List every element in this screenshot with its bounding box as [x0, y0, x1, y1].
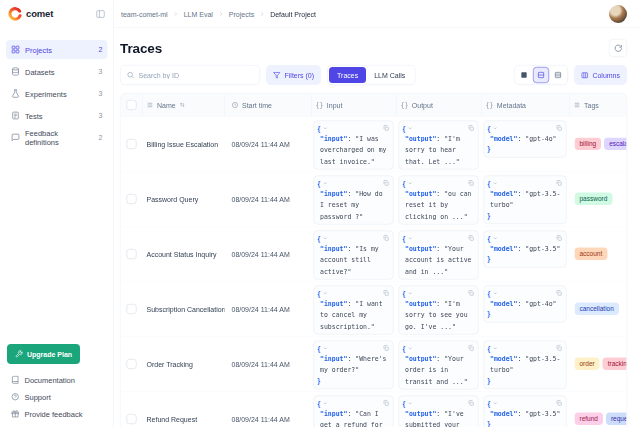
copy-icon[interactable] [468, 125, 475, 132]
copy-icon[interactable] [556, 235, 563, 242]
chevron-down-icon[interactable] [322, 290, 328, 296]
sidebar-collapse-icon[interactable] [96, 9, 106, 19]
copy-icon[interactable] [468, 290, 475, 297]
tag[interactable]: refund [575, 413, 603, 426]
column-header-name[interactable]: Name [143, 94, 225, 117]
trace-name[interactable]: Refund Request [147, 415, 198, 423]
density-compact-button[interactable] [516, 67, 532, 83]
copy-icon[interactable] [383, 180, 390, 187]
sidebar-item-documentation[interactable]: Documentation [6, 371, 108, 388]
output-json-cell[interactable]: { "output": "I've submitted your refund … [399, 396, 479, 427]
sidebar-item-datasets[interactable]: Datasets 3 [6, 62, 108, 81]
input-json-cell[interactable]: { "input": "Is my account still active?"… [314, 231, 394, 280]
sidebar-item-projects[interactable]: Projects 2 [6, 40, 108, 59]
chevron-down-icon[interactable] [322, 125, 328, 131]
row-checkbox[interactable] [127, 139, 137, 149]
copy-icon[interactable] [556, 180, 563, 187]
input-json-cell[interactable]: { "input": "How do I reset my password ?… [314, 176, 394, 225]
row-checkbox[interactable] [127, 304, 137, 314]
density-large-button[interactable] [550, 67, 566, 83]
filters-button[interactable]: Filters (0) [266, 65, 321, 85]
search-box[interactable] [120, 65, 260, 85]
copy-icon[interactable] [556, 125, 563, 132]
output-json-cell[interactable]: { "output": "Your account is active and … [399, 231, 479, 280]
column-header-start-time[interactable]: Start time [225, 94, 312, 117]
column-header-output[interactable]: {} Output [397, 94, 482, 117]
tab-llm-calls[interactable]: LLM Calls [366, 67, 413, 83]
tag[interactable]: request [606, 413, 627, 426]
tag[interactable]: escalation [604, 138, 626, 151]
chevron-down-icon[interactable] [407, 180, 413, 186]
trace-name[interactable]: Password Query [147, 195, 199, 203]
table-row[interactable]: Account Status Inquiry 08/09/24 11:44 AM… [121, 227, 627, 282]
row-checkbox[interactable] [127, 194, 137, 204]
table-row[interactable]: Order Tracking 08/09/24 11:44 AM { "inpu… [121, 337, 627, 392]
upgrade-plan-button[interactable]: Upgrade Plan [7, 344, 80, 364]
sidebar-item-tests[interactable]: Tests 3 [6, 106, 108, 125]
column-header-metadata[interactable]: {} Metadata [482, 94, 570, 117]
row-checkbox[interactable] [127, 359, 137, 369]
chevron-down-icon[interactable] [407, 400, 413, 406]
copy-icon[interactable] [468, 345, 475, 352]
input-json-cell[interactable]: { "input": "Can I get a refund for my la… [314, 396, 394, 427]
input-json-cell[interactable]: { "input": "I was overcharged on my last… [314, 121, 394, 170]
tag[interactable]: order [575, 358, 600, 371]
breadcrumb-project-group[interactable]: LLM Eval [184, 10, 213, 18]
breadcrumb-projects[interactable]: Projects [229, 10, 254, 18]
chevron-down-icon[interactable] [492, 290, 498, 296]
density-medium-button[interactable] [533, 67, 549, 83]
breadcrumb-workspace[interactable]: team-comet-ml [121, 10, 168, 18]
copy-icon[interactable] [383, 235, 390, 242]
chevron-down-icon[interactable] [407, 290, 413, 296]
copy-icon[interactable] [556, 345, 563, 352]
chevron-down-icon[interactable] [492, 180, 498, 186]
table-row[interactable]: Subscription Cancellation 08/09/24 11:44… [121, 282, 627, 337]
select-all-checkbox[interactable] [126, 100, 136, 110]
columns-button[interactable]: Columns [574, 65, 627, 85]
table-row[interactable]: Password Query 08/09/24 11:44 AM { "inpu… [121, 172, 627, 227]
chevron-down-icon[interactable] [322, 180, 328, 186]
metadata-json-cell[interactable]: { "model": "gpt-3.5-turbo" } [484, 176, 567, 225]
input-json-cell[interactable]: { "input": "I want to cancel my subscrip… [314, 286, 394, 335]
metadata-json-cell[interactable]: { "model": "gpt-3.5-turbo" } [484, 341, 567, 390]
search-input[interactable] [139, 71, 254, 79]
chevron-down-icon[interactable] [322, 400, 328, 406]
tag[interactable]: account [575, 248, 608, 261]
sidebar-item-provide-feedback[interactable]: Provide feedback [6, 405, 108, 422]
tag[interactable]: tracking [603, 358, 627, 371]
table-row[interactable]: Billing Issue Escalation 08/09/24 11:44 … [121, 117, 627, 172]
table-row[interactable]: Refund Request 08/09/24 11:44 AM { "inpu… [121, 392, 627, 427]
output-json-cell[interactable]: { "output": "ou can reset it by clicking… [399, 176, 479, 225]
avatar[interactable] [609, 5, 627, 23]
refresh-button[interactable] [609, 39, 627, 57]
output-json-cell[interactable]: { "output": "I'm sorry to hear that. Let… [399, 121, 479, 170]
chevron-down-icon[interactable] [322, 235, 328, 241]
metadata-json-cell[interactable]: { "model": "gpt-3.5" } [484, 231, 567, 268]
trace-name[interactable]: Order Tracking [147, 360, 193, 368]
row-checkbox[interactable] [127, 414, 137, 424]
trace-name[interactable]: Billing Issue Escalation [147, 140, 219, 148]
metadata-json-cell[interactable]: { "model": "gpt-4o" } [484, 286, 567, 323]
chevron-down-icon[interactable] [407, 345, 413, 351]
metadata-json-cell[interactable]: { "model": "gpt-3.5" } [484, 396, 567, 427]
column-header-input[interactable]: {} Input [312, 94, 397, 117]
tab-traces[interactable]: Traces [329, 67, 366, 83]
copy-icon[interactable] [468, 180, 475, 187]
chevron-down-icon[interactable] [322, 345, 328, 351]
copy-icon[interactable] [383, 400, 390, 407]
trace-name[interactable]: Account Status Inquiry [147, 250, 217, 258]
sort-icon[interactable] [179, 102, 186, 109]
copy-icon[interactable] [468, 235, 475, 242]
tag[interactable]: cancellation [575, 303, 619, 316]
chevron-down-icon[interactable] [492, 345, 498, 351]
trace-name[interactable]: Subscription Cancellation [147, 305, 225, 313]
chevron-down-icon[interactable] [407, 125, 413, 131]
row-checkbox[interactable] [127, 249, 137, 259]
copy-icon[interactable] [383, 345, 390, 352]
chevron-down-icon[interactable] [407, 235, 413, 241]
copy-icon[interactable] [383, 125, 390, 132]
metadata-json-cell[interactable]: { "model": "gpt-4o" } [484, 121, 567, 158]
chevron-down-icon[interactable] [492, 400, 498, 406]
copy-icon[interactable] [468, 400, 475, 407]
tag[interactable]: billing [575, 138, 602, 151]
